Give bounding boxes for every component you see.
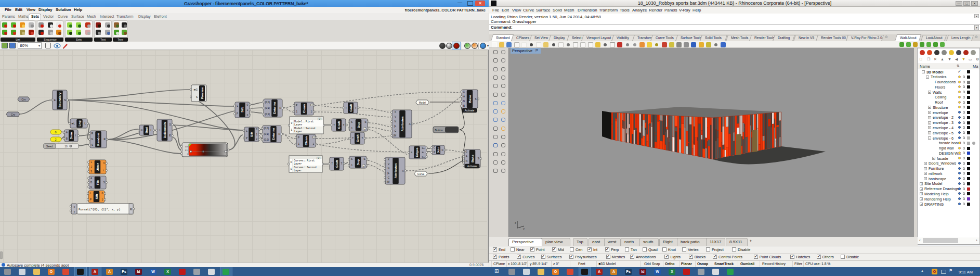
svg-text:10: 10	[64, 145, 68, 148]
svg-text:Format("{0}, {1}", x, y): Format("{0}, {1}", x, y)	[79, 208, 121, 211]
svg-text:S: S	[169, 123, 171, 126]
svg-text:1: 1	[291, 168, 292, 170]
svg-text:Dom: Dom	[69, 132, 73, 139]
svg-text:Preview: Preview	[201, 87, 204, 99]
svg-text:Graft: Graft	[337, 121, 341, 129]
svg-text:L0: L0	[185, 145, 188, 148]
svg-text:Fib: Fib	[96, 180, 99, 185]
svg-text:Graft: Graft	[335, 160, 338, 168]
svg-text:⊞L: ⊞L	[72, 122, 75, 125]
svg-text:Activate: Activate	[465, 109, 475, 112]
svg-text:Em: Em	[422, 156, 426, 158]
svg-text:B: B	[66, 137, 68, 140]
svg-text:S: S	[478, 157, 479, 160]
svg-text:1: 1	[298, 143, 299, 145]
svg-text:1: 1	[102, 198, 103, 201]
svg-text:Edges: Edges	[415, 147, 419, 157]
svg-text:Clean: Clean	[304, 136, 308, 145]
svg-text:0: 0	[247, 104, 249, 106]
svg-text:Dup: Dup	[356, 159, 360, 165]
svg-text:N: N	[92, 138, 93, 141]
svg-text:{0}: {0}	[317, 118, 322, 120]
svg-text:N: N	[466, 160, 467, 162]
svg-text:Graft: Graft	[356, 134, 359, 142]
svg-text:1: 1	[311, 110, 312, 113]
svg-text:P: P	[246, 137, 247, 140]
svg-text:1: 1	[291, 129, 293, 131]
svg-text:Sift: Sift	[95, 194, 98, 199]
svg-text:1: 1	[247, 109, 249, 111]
svg-text:0: 0	[291, 122, 293, 124]
svg-text:Boundary: Boundary	[58, 92, 61, 107]
svg-text:Model: Model	[419, 101, 426, 104]
svg-text:T: T	[355, 107, 357, 109]
svg-text:Bnd: Bnd	[145, 127, 148, 133]
svg-text:T: T	[341, 162, 343, 165]
svg-text:B: B	[463, 105, 465, 107]
svg-text:1: 1	[351, 164, 352, 167]
svg-text:{0;2}: {0;2}	[265, 113, 270, 116]
svg-text:I: I	[75, 134, 76, 137]
svg-text:Jitter: Jitter	[96, 162, 99, 171]
svg-text:S: S	[92, 144, 93, 146]
svg-text:Layer: Layer	[294, 123, 303, 127]
svg-text:1: 1	[351, 127, 352, 130]
svg-text:I: I	[151, 129, 151, 132]
svg-text:Model::Second: Model::Second	[294, 127, 315, 130]
svg-text:{0;0}: {0;0}	[265, 101, 270, 104]
svg-text:S: S	[351, 158, 352, 160]
svg-text:Attributes: Attributes	[394, 163, 397, 179]
svg-text:2: 2	[256, 138, 258, 141]
svg-text:{0;0}: {0;0}	[264, 127, 269, 130]
svg-text:[L: [L	[394, 125, 396, 128]
svg-text:S: S	[64, 99, 66, 102]
svg-text:z: z	[515, 221, 516, 224]
svg-text:Curve: Curve	[417, 172, 425, 175]
svg-text:S: S	[196, 96, 198, 98]
svg-text:Crv: Crv	[22, 98, 26, 101]
svg-text:T: T	[352, 137, 354, 140]
svg-text:+: +	[364, 128, 366, 131]
svg-text:Curves::First: Curves::First	[294, 159, 315, 162]
svg-text:Graft: Graft	[349, 104, 352, 112]
svg-text:Activate: Activate	[467, 165, 477, 168]
svg-text:Bake: Bake	[468, 95, 472, 103]
svg-text:Entwine: Entwine	[271, 128, 275, 140]
svg-text:Join: Join	[436, 146, 440, 153]
svg-text:G: G	[465, 150, 467, 153]
svg-text:T: T	[331, 162, 333, 165]
svg-text:Sift: Sift	[240, 107, 244, 112]
svg-text:Layer: Layer	[294, 130, 303, 133]
svg-text:Layer: Layer	[294, 169, 302, 172]
svg-text:T: T	[343, 124, 345, 127]
svg-text:I: I	[160, 129, 160, 132]
svg-text:[M: [M	[394, 134, 396, 137]
svg-text:L: L	[90, 161, 92, 164]
svg-text:L1: L1	[185, 149, 188, 152]
svg-text:0: 0	[291, 161, 292, 164]
svg-text:P: P	[237, 112, 238, 115]
svg-text:{0;1}: {0;1}	[265, 107, 270, 109]
svg-text:S: S	[365, 121, 367, 123]
svg-text:E: E	[169, 134, 171, 137]
svg-text:N: N	[90, 186, 92, 189]
svg-text:DeDomain: DeDomain	[163, 122, 166, 138]
svg-text:T: T	[345, 107, 347, 109]
svg-text:P: P	[434, 151, 435, 154]
svg-text:T: T	[362, 137, 363, 140]
svg-text:S: S	[364, 158, 365, 160]
svg-text:Curves::Second: Curves::Second	[294, 166, 317, 169]
svg-text:2: 2	[55, 138, 56, 141]
svg-text:Sift: Sift	[250, 132, 253, 137]
svg-text:Seed: Seed	[46, 145, 53, 148]
svg-text:0: 0	[256, 128, 258, 131]
svg-text:N: N	[395, 120, 396, 123]
svg-text:N: N	[463, 100, 465, 103]
svg-text:Clean: Clean	[302, 104, 306, 113]
svg-text:{0}: {0}	[316, 157, 321, 159]
svg-text:N: N	[388, 167, 389, 170]
svg-text:Model::First: Model::First	[294, 120, 313, 123]
svg-text:B: B	[411, 151, 412, 154]
svg-text:E: E	[54, 99, 56, 102]
svg-text:1: 1	[296, 110, 297, 113]
